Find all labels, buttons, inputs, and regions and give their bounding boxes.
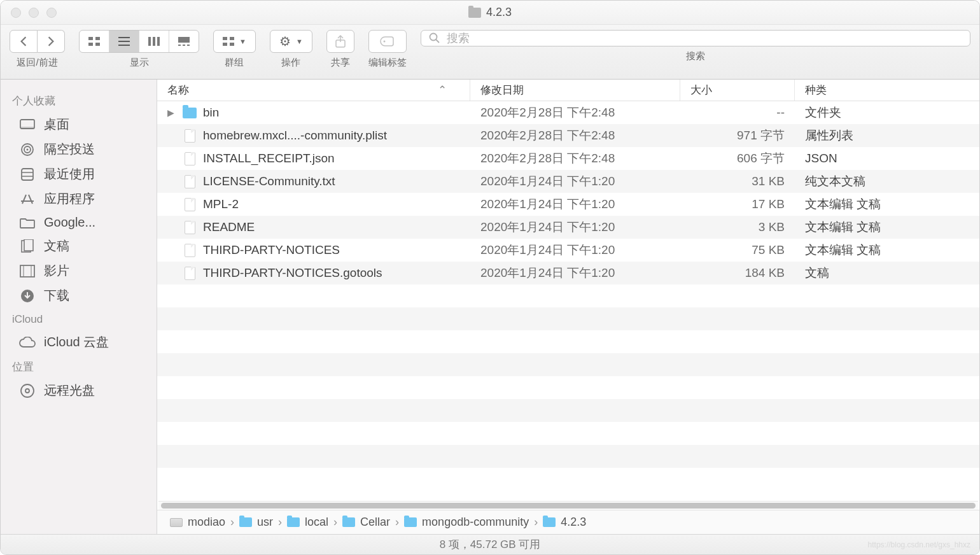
- table-row[interactable]: MPL-22020年1月24日 下午1:2017 KB文本编辑 文稿: [157, 193, 979, 216]
- sidebar-item[interactable]: Google...: [1, 211, 157, 234]
- empty-row: [157, 445, 979, 468]
- col-name[interactable]: 名称⌃: [157, 80, 470, 101]
- file-kind: 文件夹: [795, 104, 979, 121]
- column-view-button[interactable]: [139, 31, 169, 52]
- search-input[interactable]: 搜索: [421, 30, 970, 46]
- recents-icon: [18, 167, 36, 181]
- back-button[interactable]: [10, 31, 37, 52]
- search-group: 搜索 搜索: [421, 30, 970, 62]
- desktop-icon: [18, 118, 36, 132]
- breadcrumb[interactable]: modiao: [170, 516, 225, 529]
- svg-rect-32: [20, 265, 34, 277]
- svg-rect-3: [95, 43, 100, 46]
- table-row[interactable]: ▶bin2020年2月28日 下午2:48--文件夹: [157, 101, 979, 124]
- close-dot[interactable]: [11, 8, 21, 18]
- sidebar-item[interactable]: 应用程序: [1, 186, 157, 211]
- file-date: 2020年2月28日 下午2:48: [470, 104, 680, 121]
- table-row[interactable]: LICENSE-Community.txt2020年1月24日 下午1:2031…: [157, 170, 979, 193]
- breadcrumb[interactable]: 4.2.3: [543, 516, 586, 529]
- col-date[interactable]: 修改日期: [470, 80, 680, 101]
- file-date: 2020年1月24日 下午1:20: [470, 196, 680, 213]
- table-row[interactable]: THIRD-PARTY-NOTICES2020年1月24日 下午1:2075 K…: [157, 239, 979, 262]
- breadcrumb[interactable]: mongodb-community: [404, 516, 529, 529]
- breadcrumb[interactable]: Cellar: [342, 516, 390, 529]
- file-kind: 文本编辑 文稿: [795, 196, 979, 213]
- table-row[interactable]: homebrew.mxcl....-community.plist2020年2月…: [157, 124, 979, 147]
- empty-row: [157, 376, 979, 399]
- svg-rect-12: [183, 45, 185, 46]
- gear-icon: ⚙: [279, 34, 291, 49]
- traffic-lights: [11, 8, 57, 18]
- search-placeholder: 搜索: [447, 31, 470, 46]
- airdrop-icon: [18, 143, 36, 157]
- empty-row: [157, 399, 979, 422]
- gallery-view-button[interactable]: [169, 31, 199, 52]
- sidebar-item[interactable]: iCloud 云盘: [1, 330, 157, 355]
- breadcrumb[interactable]: local: [287, 516, 328, 529]
- table-row[interactable]: README2020年1月24日 下午1:203 KB文本编辑 文稿: [157, 216, 979, 239]
- file-kind: 文本编辑 文稿: [795, 242, 979, 258]
- share-button[interactable]: [326, 35, 354, 48]
- col-size[interactable]: 大小: [680, 80, 795, 101]
- sidebar-item[interactable]: 最近使用: [1, 162, 157, 186]
- movies-icon: [18, 264, 36, 278]
- group-button[interactable]: ▼: [214, 31, 255, 52]
- chevron-down-icon: ▼: [239, 38, 246, 45]
- sidebar-section: 个人收藏: [1, 88, 157, 112]
- sidebar-item[interactable]: 远程光盘: [1, 378, 157, 403]
- apps-icon: [18, 192, 36, 206]
- table-row[interactable]: INSTALL_RECEIPT.json2020年2月28日 下午2:48606…: [157, 147, 979, 170]
- disclosure-triangle[interactable]: ▶: [167, 108, 176, 118]
- sidebar-item[interactable]: 下载: [1, 283, 157, 308]
- folder-icon: [404, 517, 417, 527]
- view-group: 显示: [79, 30, 199, 69]
- list-view-button[interactable]: [109, 31, 139, 52]
- empty-row: [157, 353, 979, 376]
- nav-label: 返回/前进: [17, 57, 57, 69]
- forward-button[interactable]: [38, 31, 64, 52]
- sidebar-item-label: Google...: [44, 215, 95, 230]
- tags-button[interactable]: [370, 36, 405, 47]
- svg-rect-0: [88, 37, 93, 40]
- sidebar-item-label: 影片: [44, 262, 69, 279]
- table-row[interactable]: THIRD-PARTY-NOTICES.gotools2020年1月24日 下午…: [157, 262, 979, 285]
- sidebar-item[interactable]: 影片: [1, 258, 157, 283]
- sidebar-item-label: 远程光盘: [44, 382, 95, 399]
- zoom-dot[interactable]: [46, 8, 57, 18]
- folder-icon: [287, 517, 300, 527]
- svg-rect-27: [22, 169, 33, 180]
- breadcrumb[interactable]: usr: [239, 516, 273, 529]
- action-button[interactable]: ⚙▼: [270, 31, 312, 52]
- horizontal-scrollbar[interactable]: [158, 501, 978, 510]
- nav-group: 返回/前进: [10, 30, 65, 69]
- minimize-dot[interactable]: [29, 8, 39, 18]
- svg-point-26: [27, 148, 29, 150]
- file-date: 2020年2月28日 下午2:48: [470, 127, 680, 144]
- sidebar-section: 位置: [1, 355, 157, 378]
- file-name: LICENSE-Community.txt: [203, 174, 335, 188]
- file-date: 2020年1月24日 下午1:20: [470, 219, 680, 235]
- sidebar-item[interactable]: 隔空投送: [1, 137, 157, 162]
- folder-icon: [239, 517, 252, 527]
- file-name: README: [203, 220, 255, 234]
- file-icon: [185, 221, 195, 234]
- col-kind[interactable]: 种类: [795, 80, 979, 101]
- empty-row: [157, 330, 979, 353]
- svg-point-37: [25, 389, 29, 393]
- file-icon: [185, 175, 195, 188]
- sidebar-item-label: iCloud 云盘: [44, 334, 109, 351]
- disk-icon: [170, 518, 183, 527]
- main-area: 名称⌃ 修改日期 大小 种类 ▶bin2020年2月28日 下午2:48--文件…: [157, 80, 979, 534]
- sidebar-section: iCloud: [1, 308, 157, 330]
- file-name: bin: [203, 106, 219, 120]
- titlebar: 4.2.3: [1, 1, 979, 25]
- action-group: ⚙▼ 操作: [270, 30, 312, 69]
- icon-view-button[interactable]: [80, 31, 109, 52]
- group-label: 群组: [225, 57, 244, 69]
- sidebar-item[interactable]: 文稿: [1, 234, 157, 258]
- sort-asc-icon: ⌃: [438, 83, 447, 97]
- file-size: 75 KB: [680, 243, 795, 257]
- folder-icon: [183, 108, 197, 118]
- sidebar-item[interactable]: 桌面: [1, 112, 157, 137]
- sidebar-item-label: 桌面: [44, 116, 69, 133]
